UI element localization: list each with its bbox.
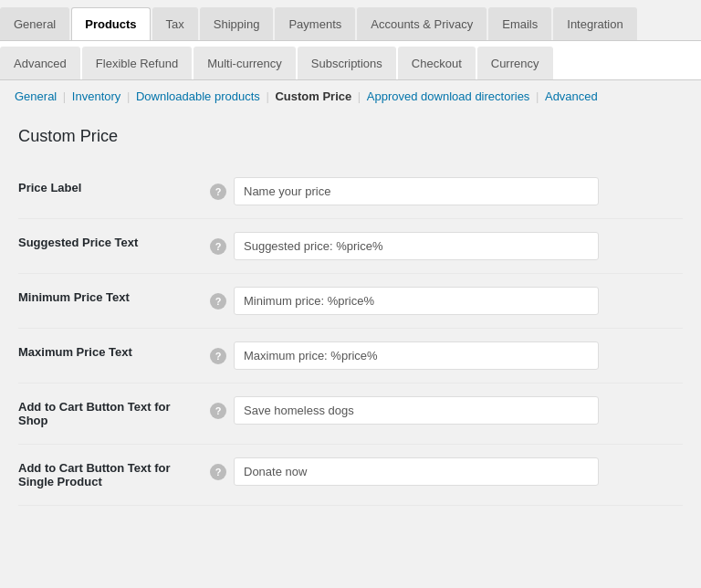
field-row-price-label: ? [210, 177, 674, 205]
top-nav-tab-accounts-privacy[interactable]: Accounts & Privacy [357, 7, 487, 40]
breadcrumb-link-advanced-link[interactable]: Advanced [545, 89, 598, 103]
page-title: Custom Price [18, 127, 683, 146]
field-cell-suggested-price-text: ? [201, 219, 683, 274]
form-row-minimum-price-text: Minimum Price Text? [18, 274, 683, 329]
field-cell-price-label: ? [201, 164, 683, 219]
field-cell-maximum-price-text: ? [201, 329, 683, 383]
field-row-minimum-price-text: ? [210, 287, 674, 315]
help-icon-minimum-price-text[interactable]: ? [210, 293, 226, 310]
sub-nav: AdvancedFlexible RefundMulti-currencySub… [0, 41, 701, 80]
top-nav-tab-general[interactable]: General [0, 7, 69, 40]
help-icon-maximum-price-text[interactable]: ? [210, 348, 226, 364]
breadcrumb-sep-5: | [532, 89, 542, 103]
breadcrumb-sep-2: | [123, 89, 133, 103]
footer-area: Save changes [0, 569, 701, 588]
top-nav-tab-products[interactable]: Products [71, 7, 150, 40]
breadcrumb-sep-1: | [59, 89, 69, 103]
form-row-price-label: Price Label? [18, 164, 683, 219]
field-cell-add-to-cart-single: ? [201, 445, 683, 506]
top-nav-tab-emails[interactable]: Emails [488, 7, 551, 40]
sub-nav-tab-currency[interactable]: Currency [477, 47, 553, 79]
help-icon-add-to-cart-single[interactable]: ? [210, 464, 226, 480]
breadcrumb: General | Inventory | Downloadable produ… [0, 80, 701, 112]
sub-nav-tab-advanced[interactable]: Advanced [0, 47, 80, 79]
top-nav-tab-integration[interactable]: Integration [553, 7, 636, 40]
form-row-add-to-cart-shop: Add to Cart Button Text for Shop? [18, 383, 683, 445]
breadcrumb-link-general-link[interactable]: General [15, 89, 57, 103]
form-row-maximum-price-text: Maximum Price Text? [18, 329, 683, 383]
breadcrumb-sep-4: | [354, 89, 364, 103]
breadcrumb-current: Custom Price [275, 89, 351, 103]
sub-nav-tab-multi-currency[interactable]: Multi-currency [194, 47, 296, 79]
field-cell-add-to-cart-shop: ? [201, 383, 683, 445]
breadcrumb-link-downloadable-link[interactable]: Downloadable products [136, 89, 260, 103]
input-suggested-price-text[interactable] [234, 232, 599, 260]
form-row-suggested-price-text: Suggested Price Text? [18, 219, 683, 274]
field-row-maximum-price-text: ? [210, 341, 674, 370]
form-table: Price Label?Suggested Price Text?Minimum… [18, 164, 683, 506]
breadcrumb-link-inventory-link[interactable]: Inventory [72, 89, 120, 103]
top-nav-tab-tax[interactable]: Tax [152, 7, 198, 40]
field-label-add-to-cart-shop: Add to Cart Button Text for Shop [18, 383, 201, 445]
sub-nav-tab-flexible-refund[interactable]: Flexible Refund [82, 47, 192, 79]
breadcrumb-link-approved-link[interactable]: Approved download directories [367, 89, 530, 103]
top-nav-tab-shipping[interactable]: Shipping [200, 7, 274, 40]
top-nav: GeneralProductsTaxShippingPaymentsAccoun… [0, 0, 701, 41]
input-price-label[interactable] [234, 177, 599, 205]
field-label-suggested-price-text: Suggested Price Text [18, 219, 201, 274]
input-minimum-price-text[interactable] [234, 287, 599, 315]
help-icon-price-label[interactable]: ? [210, 184, 226, 200]
field-label-minimum-price-text: Minimum Price Text [18, 274, 201, 329]
field-cell-minimum-price-text: ? [201, 274, 683, 329]
field-row-suggested-price-text: ? [210, 232, 674, 260]
breadcrumb-sep-3: | [263, 89, 273, 103]
help-icon-suggested-price-text[interactable]: ? [210, 238, 226, 255]
field-label-add-to-cart-single: Add to Cart Button Text for Single Produ… [18, 445, 201, 506]
field-row-add-to-cart-single: ? [210, 457, 674, 486]
field-row-add-to-cart-shop: ? [210, 396, 674, 425]
input-add-to-cart-single[interactable] [234, 457, 599, 486]
field-label-maximum-price-text: Maximum Price Text [18, 329, 201, 383]
sub-nav-tab-checkout[interactable]: Checkout [398, 47, 476, 79]
form-row-add-to-cart-single: Add to Cart Button Text for Single Produ… [18, 445, 683, 506]
help-icon-add-to-cart-shop[interactable]: ? [210, 403, 226, 419]
field-label-price-label: Price Label [18, 164, 201, 219]
input-maximum-price-text[interactable] [234, 341, 599, 370]
top-nav-tab-payments[interactable]: Payments [275, 7, 355, 40]
page-content: Custom Price Price Label?Suggested Price… [0, 112, 701, 569]
input-add-to-cart-shop[interactable] [234, 396, 599, 425]
sub-nav-tab-subscriptions[interactable]: Subscriptions [298, 47, 396, 79]
